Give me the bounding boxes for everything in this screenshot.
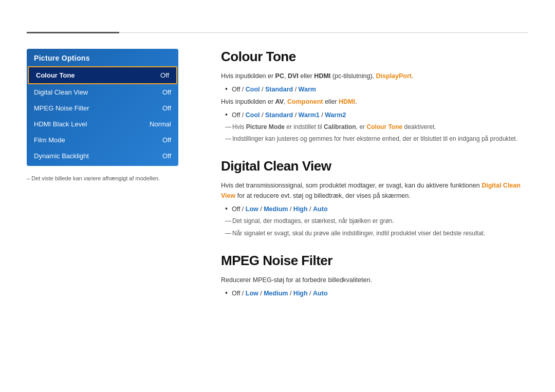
menu-item-label-colour-tone: Colour Tone: [36, 71, 75, 79]
colour-tone-note1: Hvis Picture Mode er indstillet til Cali…: [225, 122, 528, 132]
bullet-dot4: •: [225, 288, 228, 298]
colour-tone-para1: Hvis inputkilden er PC, DVI eller HDMI (…: [221, 71, 528, 81]
menu-item-label-digital-clean-view: Digital Clean View: [34, 88, 88, 96]
menu-item-value-colour-tone: Off: [160, 71, 169, 79]
right-content: Colour Tone Hvis inputkilden er PC, DVI …: [221, 49, 528, 313]
dcv-bullet1: • Off / Low / Medium / High / Auto: [225, 204, 528, 214]
section-title-mpeg-noise-filter: MPEG Noise Filter: [221, 253, 528, 269]
mpeg-options1: Off / Low / Medium / High / Auto: [232, 288, 328, 298]
panel-footnote: Det viste billede kan variere afhængigt …: [27, 174, 178, 183]
menu-item-dynamic-backlight[interactable]: Dynamic Backlight Off: [27, 148, 178, 164]
mpeg-para1: Reducerer MPEG-støj for at forbedre bill…: [221, 275, 528, 285]
mpeg-bullet1: • Off / Low / Medium / High / Auto: [225, 288, 528, 298]
top-line-light: [119, 32, 528, 33]
menu-item-label-mpeg-noise-filter: MPEG Noise Filter: [34, 104, 89, 112]
section-body-mpeg-noise-filter: Reducerer MPEG-støj for at forbedre bill…: [221, 275, 528, 298]
panel-box: Picture Options Colour Tone Off Digital …: [27, 49, 178, 166]
colour-tone-options1: Off / Cool / Standard / Warm: [232, 84, 316, 95]
dcv-note2: Når signalet er svagt, skal du prøve all…: [225, 229, 528, 238]
colour-tone-bullet1: • Off / Cool / Standard / Warm: [225, 84, 528, 95]
colour-tone-para2: Hvis inputkilden er AV, Component eller …: [221, 97, 528, 107]
bullet-dot2: •: [225, 110, 228, 120]
menu-item-film-mode[interactable]: Film Mode Off: [27, 132, 178, 148]
dcv-para1: Hvis det transmissionssignal, som produk…: [221, 180, 528, 201]
section-colour-tone: Colour Tone Hvis inputkilden er PC, DVI …: [221, 49, 528, 144]
colour-tone-options2: Off / Cool / Standard / Warm1 / Warm2: [232, 110, 346, 120]
menu-item-value-film-mode: Off: [162, 136, 171, 144]
section-title-digital-clean-view: Digital Clean View: [221, 158, 528, 174]
dcv-note1: Det signal, der modtages, er stærkest, n…: [225, 216, 528, 226]
top-line-dark: [27, 32, 119, 33]
colour-tone-note2: Indstillinger kan justeres og gemmes for…: [225, 134, 528, 144]
menu-item-value-digital-clean-view: Off: [162, 88, 171, 96]
menu-item-label-dynamic-backlight: Dynamic Backlight: [34, 152, 89, 160]
left-panel: Picture Options Colour Tone Off Digital …: [27, 49, 178, 183]
top-decorative-lines: [27, 32, 528, 33]
menu-item-digital-clean-view[interactable]: Digital Clean View Off: [27, 84, 178, 100]
menu-item-label-hdmi-black-level: HDMI Black Level: [34, 120, 87, 128]
bullet-dot3: •: [225, 204, 228, 214]
dcv-options1: Off / Low / Medium / High / Auto: [232, 204, 328, 214]
menu-item-value-hdmi-black-level: Normal: [150, 120, 171, 128]
section-digital-clean-view: Digital Clean View Hvis det transmission…: [221, 158, 528, 238]
menu-item-value-mpeg-noise-filter: Off: [162, 104, 171, 112]
section-mpeg-noise-filter: MPEG Noise Filter Reducerer MPEG-støj fo…: [221, 253, 528, 298]
menu-item-label-film-mode: Film Mode: [34, 136, 65, 144]
menu-item-mpeg-noise-filter[interactable]: MPEG Noise Filter Off: [27, 100, 178, 116]
menu-item-value-dynamic-backlight: Off: [162, 152, 171, 160]
section-title-colour-tone: Colour Tone: [221, 49, 528, 65]
colour-tone-bullet2: • Off / Cool / Standard / Warm1 / Warm2: [225, 110, 528, 120]
bullet-dot: •: [225, 84, 228, 95]
section-body-colour-tone: Hvis inputkilden er PC, DVI eller HDMI (…: [221, 71, 528, 144]
menu-item-hdmi-black-level[interactable]: HDMI Black Level Normal: [27, 116, 178, 132]
section-body-digital-clean-view: Hvis det transmissionssignal, som produk…: [221, 180, 528, 238]
menu-item-colour-tone[interactable]: Colour Tone Off: [28, 66, 177, 84]
panel-title: Picture Options: [27, 49, 178, 66]
